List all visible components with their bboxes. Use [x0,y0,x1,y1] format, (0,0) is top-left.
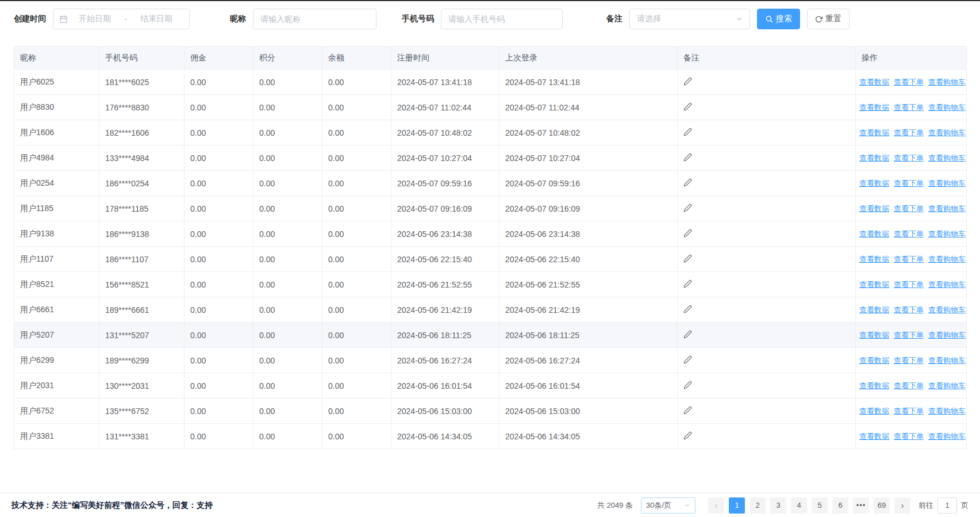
page-button-6[interactable]: 6 [832,497,848,514]
view-data-link[interactable]: 查看数据 [859,204,889,213]
search-button[interactable]: 搜索 [757,9,800,29]
page-button-4[interactable]: 4 [791,497,807,514]
view-cart-link[interactable]: 查看购物车 [928,331,966,339]
view-data-link[interactable]: 查看数据 [859,305,889,314]
page-button-5[interactable]: 5 [812,497,828,514]
view-orders-link[interactable]: 查看下单 [894,255,924,263]
view-orders-link[interactable]: 查看下单 [894,356,924,365]
view-data-link[interactable]: 查看数据 [859,255,889,263]
search-icon [765,15,773,23]
view-data-link[interactable]: 查看数据 [859,154,889,162]
view-data-link[interactable]: 查看数据 [859,381,889,390]
view-data-link[interactable]: 查看数据 [859,280,889,289]
table-row: 用户8830176****88300.000.000.002024-05-07 … [14,95,967,120]
nickname-cell: 用户0254 [14,171,99,196]
pagination: 共 2049 条 30条/页 ‹ 123456 ••• 69 › 前往 页 [597,497,969,514]
points-cell: 0.00 [253,70,322,95]
view-orders-link[interactable]: 查看下单 [894,407,924,415]
view-orders-link[interactable]: 查看下单 [894,103,924,112]
goto-page-input[interactable] [937,497,957,514]
view-cart-link[interactable]: 查看购物车 [928,154,966,162]
register-time-cell: 2024-05-06 16:27:24 [391,348,499,373]
next-page-button[interactable]: › [894,497,910,514]
edit-remark-icon[interactable] [683,406,692,415]
edit-remark-icon[interactable] [683,128,692,136]
edit-remark-icon[interactable] [683,305,692,313]
page-button-3[interactable]: 3 [770,497,786,514]
view-orders-link[interactable]: 查看下单 [894,204,924,213]
view-cart-link[interactable]: 查看购物车 [928,78,966,86]
more-pages-button[interactable]: ••• [853,497,869,514]
chevron-down-icon [684,502,690,508]
view-data-link[interactable]: 查看数据 [859,331,889,339]
view-data-link[interactable]: 查看数据 [859,356,889,365]
view-orders-link[interactable]: 查看下单 [894,154,924,162]
view-data-link[interactable]: 查看数据 [859,128,889,137]
view-orders-link[interactable]: 查看下单 [894,280,924,289]
edit-remark-icon[interactable] [683,153,692,162]
table-row: 用户0254186****02540.000.000.002024-05-07 … [14,171,967,196]
view-orders-link[interactable]: 查看下单 [894,179,924,187]
page-size-select[interactable]: 30条/页 [641,497,695,514]
view-cart-link[interactable]: 查看购物车 [928,280,966,289]
view-orders-link[interactable]: 查看下单 [894,381,924,390]
edit-remark-icon[interactable] [683,102,692,111]
view-data-link[interactable]: 查看数据 [859,229,889,238]
edit-remark-icon[interactable] [683,204,692,212]
view-data-link[interactable]: 查看数据 [859,432,889,441]
view-cart-link[interactable]: 查看购物车 [928,432,966,441]
edit-remark-icon[interactable] [683,381,692,389]
view-cart-link[interactable]: 查看购物车 [928,229,966,238]
edit-remark-icon[interactable] [683,229,692,238]
table-row: 用户1107186****11070.000.000.002024-05-06 … [14,247,967,272]
calendar-icon [59,15,68,24]
remark-select[interactable]: 请选择 [629,9,750,29]
reset-button[interactable]: 重置 [807,9,850,29]
page-size-value: 30条/页 [646,500,671,511]
edit-remark-icon[interactable] [683,355,692,364]
column-header: 注册时间 [391,47,499,70]
commission-cell: 0.00 [185,221,253,247]
view-cart-link[interactable]: 查看购物车 [928,305,966,314]
page-button-last[interactable]: 69 [874,497,890,514]
view-data-link[interactable]: 查看数据 [859,103,889,112]
view-data-link[interactable]: 查看数据 [859,179,889,187]
view-cart-link[interactable]: 查看购物车 [928,356,966,365]
date-range-picker[interactable]: 开始日期 - 结束日期 [53,9,190,29]
view-orders-link[interactable]: 查看下单 [894,331,924,339]
register-time-cell: 2024-05-06 18:11:25 [391,323,499,348]
edit-remark-icon[interactable] [683,330,692,339]
view-orders-link[interactable]: 查看下单 [894,128,924,137]
points-cell: 0.00 [253,145,322,171]
view-orders-link[interactable]: 查看下单 [894,78,924,86]
view-data-link[interactable]: 查看数据 [859,407,889,415]
date-end-input[interactable]: 结束日期 [129,14,183,24]
remark-cell [678,247,856,272]
date-start-input[interactable]: 开始日期 [68,14,122,24]
view-cart-link[interactable]: 查看购物车 [928,255,966,263]
phone-input[interactable] [441,9,563,29]
filter-phone: 手机号码 [402,9,606,29]
page-button-1[interactable]: 1 [729,497,745,514]
edit-remark-icon[interactable] [683,178,692,187]
nickname-input[interactable] [253,9,376,29]
edit-remark-icon[interactable] [683,431,692,440]
page-button-2[interactable]: 2 [750,497,766,514]
view-cart-link[interactable]: 查看购物车 [928,128,966,137]
commission-cell: 0.00 [185,120,253,145]
view-cart-link[interactable]: 查看购物车 [928,179,966,187]
edit-remark-icon[interactable] [683,77,692,86]
view-cart-link[interactable]: 查看购物车 [928,204,966,213]
view-cart-link[interactable]: 查看购物车 [928,407,966,415]
view-orders-link[interactable]: 查看下单 [894,432,924,441]
view-data-link[interactable]: 查看数据 [859,78,889,86]
view-cart-link[interactable]: 查看购物车 [928,103,966,112]
edit-remark-icon[interactable] [683,279,692,288]
view-orders-link[interactable]: 查看下单 [894,229,924,238]
edit-remark-icon[interactable] [683,254,692,263]
prev-page-button[interactable]: ‹ [708,497,724,514]
view-cart-link[interactable]: 查看购物车 [928,381,966,390]
total-count: 共 2049 条 [597,500,633,511]
actions-cell: 查看数据查看下单查看购物车 [856,95,967,120]
view-orders-link[interactable]: 查看下单 [894,305,924,314]
